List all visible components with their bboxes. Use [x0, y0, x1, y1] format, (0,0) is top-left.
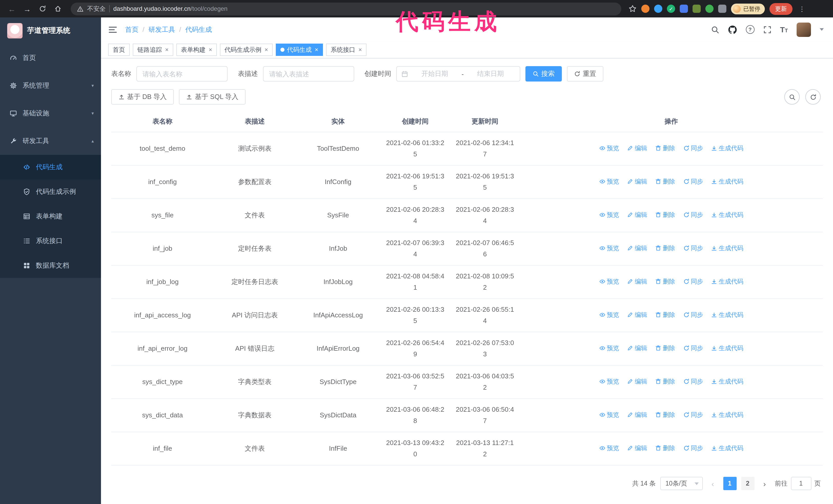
delete-action[interactable]: 删除 [655, 409, 675, 421]
profile-paused-badge[interactable]: 已暂停 [731, 3, 765, 14]
edit-action[interactable]: 编辑 [627, 276, 647, 287]
tab-trace[interactable]: 链路追踪× [133, 44, 173, 56]
sync-action[interactable]: 同步 [683, 242, 703, 254]
text-size-icon[interactable]: TT [780, 26, 788, 33]
delete-action[interactable]: 删除 [655, 309, 675, 320]
delete-action[interactable]: 删除 [655, 242, 675, 254]
page-size-select[interactable]: 10条/页 [660, 477, 703, 490]
caret-down-icon[interactable] [820, 28, 824, 31]
extension-icon-green-check[interactable]: ✓ [667, 5, 675, 13]
close-icon[interactable]: × [264, 46, 268, 53]
delete-action[interactable]: 删除 [655, 376, 675, 387]
preview-action[interactable]: 预览 [599, 309, 619, 320]
close-icon[interactable]: × [209, 46, 212, 53]
preview-action[interactable]: 预览 [599, 409, 619, 421]
preview-action[interactable]: 预览 [599, 376, 619, 387]
generate-code-action[interactable]: 生成代码 [711, 342, 743, 354]
update-button[interactable]: 更新 [769, 3, 792, 15]
sync-action[interactable]: 同步 [683, 342, 703, 354]
address-bar[interactable]: 不安全 dashboard.yudao.iocoder.cn/tool/code… [71, 2, 621, 15]
sidebar-item-home[interactable]: 首页 [0, 44, 101, 72]
delete-action[interactable]: 删除 [655, 176, 675, 187]
close-icon[interactable]: × [165, 46, 169, 53]
edit-action[interactable]: 编辑 [627, 242, 647, 254]
edit-action[interactable]: 编辑 [627, 342, 647, 354]
generate-code-action[interactable]: 生成代码 [711, 176, 743, 187]
search-button[interactable]: 搜索 [525, 66, 562, 81]
extension-icon-orange[interactable] [641, 5, 649, 13]
generate-code-action[interactable]: 生成代码 [711, 276, 743, 287]
sync-action[interactable]: 同步 [683, 276, 703, 287]
refresh-table-button[interactable] [805, 89, 821, 104]
edit-action[interactable]: 编辑 [627, 309, 647, 320]
sidebar-item-infrastructure[interactable]: 基础设施 ▾ [0, 99, 101, 127]
generate-code-action[interactable]: 生成代码 [711, 376, 743, 387]
delete-action[interactable]: 删除 [655, 442, 675, 454]
refresh-icon[interactable] [36, 2, 49, 16]
breadcrumb-dev-tools[interactable]: 研发工具 [148, 25, 175, 34]
sync-action[interactable]: 同步 [683, 409, 703, 421]
tab-codegen[interactable]: 代码生成× [276, 44, 323, 56]
sidebar-item-form-builder[interactable]: 表单构建 [0, 204, 101, 229]
sync-action[interactable]: 同步 [683, 442, 703, 454]
close-icon[interactable]: × [358, 46, 362, 53]
preview-action[interactable]: 预览 [599, 442, 619, 454]
generate-code-action[interactable]: 生成代码 [711, 409, 743, 421]
sidebar-item-dev-tools[interactable]: 研发工具 ▴ [0, 127, 101, 155]
start-date-placeholder[interactable]: 开始日期 [410, 69, 459, 78]
generate-code-action[interactable]: 生成代码 [711, 143, 743, 154]
extension-icon-olive[interactable] [693, 5, 701, 13]
tab-form-builder[interactable]: 表单构建× [176, 44, 217, 56]
search-icon[interactable] [711, 25, 719, 33]
breadcrumb-home[interactable]: 首页 [125, 25, 138, 34]
extension-icon-green-leaf[interactable] [705, 5, 714, 13]
prev-page-button[interactable]: ‹ [707, 479, 718, 488]
github-icon[interactable] [728, 25, 737, 34]
edit-action[interactable]: 编辑 [627, 176, 647, 187]
preview-action[interactable]: 预览 [599, 242, 619, 254]
preview-action[interactable]: 预览 [599, 342, 619, 354]
back-arrow-icon[interactable]: ← [5, 2, 19, 16]
generate-code-action[interactable]: 生成代码 [711, 442, 743, 454]
browser-menu-icon[interactable]: ⋮ [797, 5, 807, 13]
import-sql-button[interactable]: 基于 SQL 导入 [179, 89, 246, 104]
sync-action[interactable]: 同步 [683, 376, 703, 387]
close-icon[interactable]: × [315, 46, 318, 53]
sidebar-item-system-management[interactable]: 系统管理 ▾ [0, 72, 101, 99]
goto-page-input[interactable] [791, 477, 811, 490]
toggle-search-button[interactable] [784, 89, 800, 104]
tab-home[interactable]: 首页 [108, 44, 130, 56]
sync-action[interactable]: 同步 [683, 176, 703, 187]
question-icon[interactable]: ? [745, 25, 754, 34]
end-date-placeholder[interactable]: 结束日期 [466, 69, 515, 78]
import-db-button[interactable]: 基于 DB 导入 [111, 89, 174, 104]
extension-icon-blue-grid[interactable] [680, 5, 688, 13]
extension-icon-puzzle[interactable] [718, 5, 727, 13]
generate-code-action[interactable]: 生成代码 [711, 242, 743, 254]
next-page-button[interactable]: › [759, 479, 770, 488]
sidebar-item-codegen[interactable]: 代码生成 [0, 155, 101, 179]
edit-action[interactable]: 编辑 [627, 376, 647, 387]
preview-action[interactable]: 预览 [599, 209, 619, 220]
avatar[interactable] [796, 22, 811, 37]
generate-code-action[interactable]: 生成代码 [711, 209, 743, 220]
edit-action[interactable]: 编辑 [627, 209, 647, 220]
table-desc-input[interactable] [263, 66, 354, 81]
forward-arrow-icon[interactable]: → [21, 2, 34, 16]
page-button-2[interactable]: 2 [741, 477, 754, 490]
extension-icon-blue-drop[interactable] [654, 5, 662, 13]
sidebar-item-system-api[interactable]: 系统接口 [0, 229, 101, 253]
sync-action[interactable]: 同步 [683, 309, 703, 320]
table-name-input[interactable] [136, 66, 228, 81]
tab-codegen-example[interactable]: 代码生成示例× [220, 44, 273, 56]
generate-code-action[interactable]: 生成代码 [711, 309, 743, 320]
sidebar-item-db-docs[interactable]: 数据库文档 [0, 253, 101, 278]
sidebar-item-codegen-example[interactable]: 代码生成示例 [0, 179, 101, 204]
fullscreen-icon[interactable] [763, 25, 771, 33]
edit-action[interactable]: 编辑 [627, 143, 647, 154]
date-range-picker[interactable]: 开始日期 - 结束日期 [396, 66, 520, 81]
tab-system-api[interactable]: 系统接口× [326, 44, 366, 56]
preview-action[interactable]: 预览 [599, 143, 619, 154]
preview-action[interactable]: 预览 [599, 276, 619, 287]
sync-action[interactable]: 同步 [683, 209, 703, 220]
